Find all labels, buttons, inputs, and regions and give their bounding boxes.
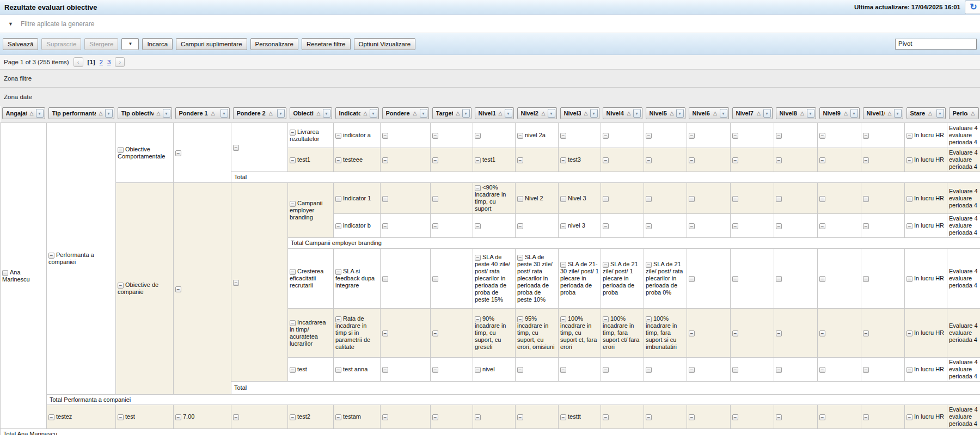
collapse-icon[interactable]: − bbox=[475, 414, 481, 420]
filters-band[interactable]: ▼ Filtre aplicate la generare bbox=[0, 15, 980, 33]
collapse-icon[interactable]: − bbox=[48, 253, 54, 259]
view-selector-input[interactable]: Pivot bbox=[895, 39, 977, 50]
filter-dropdown-icon[interactable]: ▼ bbox=[590, 109, 598, 118]
collapse-icon[interactable]: − bbox=[819, 276, 825, 282]
collapse-icon[interactable]: − bbox=[432, 414, 438, 420]
collapse-cell[interactable]: − bbox=[516, 148, 559, 172]
obiectiv-cell[interactable]: −Livrarea rezultatelor bbox=[288, 123, 334, 148]
collapse-icon[interactable]: − bbox=[475, 367, 481, 373]
filter-dropdown-icon[interactable]: ▼ bbox=[220, 109, 228, 118]
collapse-cell[interactable]: − bbox=[774, 309, 818, 358]
collapse-icon[interactable]: − bbox=[290, 201, 296, 207]
incarca-button[interactable]: Incarca bbox=[142, 38, 173, 50]
collapse-icon[interactable]: − bbox=[475, 185, 481, 191]
collapse-icon[interactable]: − bbox=[382, 276, 388, 282]
collapse-icon[interactable]: − bbox=[560, 223, 566, 229]
collapse-icon[interactable]: − bbox=[776, 367, 782, 373]
collapse-arrow-icon[interactable]: ▼ bbox=[8, 21, 13, 27]
column-header-obiectiv[interactable]: Obiectiv△▼ bbox=[290, 107, 332, 119]
filter-dropdown-icon[interactable]: ▼ bbox=[277, 109, 285, 118]
collapse-icon[interactable]: − bbox=[517, 316, 523, 322]
collapse-cell[interactable]: − bbox=[644, 358, 687, 382]
column-header-pondere-2[interactable]: Pondere 2△▼ bbox=[233, 107, 286, 119]
collapse-cell[interactable]: − bbox=[731, 123, 774, 148]
collapse-icon[interactable]: − bbox=[233, 145, 239, 151]
collapse-icon[interactable]: − bbox=[776, 330, 782, 336]
collapse-cell[interactable]: − bbox=[601, 183, 644, 214]
collapse-cell[interactable]: − bbox=[174, 123, 231, 183]
column-header-nivel4[interactable]: Nivel4△▼ bbox=[603, 107, 642, 119]
filter-dropdown-icon[interactable]: ▼ bbox=[420, 109, 427, 118]
collapse-icon[interactable]: − bbox=[560, 196, 566, 202]
collapse-icon[interactable]: − bbox=[432, 367, 438, 373]
collapse-icon[interactable]: − bbox=[560, 262, 566, 268]
filter-dropdown-icon[interactable]: ▼ bbox=[936, 109, 944, 118]
collapse-icon[interactable]: − bbox=[475, 157, 481, 163]
collapse-icon[interactable]: − bbox=[689, 367, 695, 373]
filter-dropdown-icon[interactable]: ▼ bbox=[505, 109, 512, 118]
collapse-icon[interactable]: − bbox=[689, 133, 695, 139]
collapse-cell[interactable]: − bbox=[687, 249, 731, 309]
column-header-nivel5[interactable]: Nivel5△▼ bbox=[646, 107, 685, 119]
stare-cell[interactable]: −In lucru HR bbox=[905, 249, 947, 309]
collapse-icon[interactable]: − bbox=[732, 276, 738, 282]
collapse-cell[interactable]: − bbox=[431, 183, 473, 214]
collapse-cell[interactable]: − bbox=[731, 148, 774, 172]
filter-dropdown-icon[interactable]: ▼ bbox=[850, 109, 858, 118]
collapse-cell[interactable]: − bbox=[774, 358, 818, 382]
collapse-icon[interactable]: − bbox=[432, 157, 438, 163]
collapse-cell[interactable]: − bbox=[687, 183, 731, 214]
indicator-cell[interactable]: −test anna bbox=[334, 358, 381, 382]
collapse-icon[interactable]: − bbox=[863, 223, 869, 229]
stare-cell[interactable]: −In lucru HR bbox=[905, 183, 947, 214]
indicator-cell[interactable]: −Indicator 1 bbox=[334, 183, 381, 214]
collapse-cell[interactable]: − bbox=[731, 405, 774, 429]
column-header-nivel9[interactable]: Nivel9△▼ bbox=[819, 107, 860, 119]
collapse-cell[interactable]: − bbox=[431, 358, 473, 382]
collapse-icon[interactable]: − bbox=[863, 367, 869, 373]
collapse-icon[interactable]: − bbox=[689, 223, 695, 229]
collapse-cell[interactable]: − bbox=[861, 249, 905, 309]
collapse-icon[interactable]: − bbox=[290, 157, 296, 163]
collapse-icon[interactable]: − bbox=[475, 255, 481, 261]
salveaza-button[interactable]: Salvează bbox=[3, 38, 38, 50]
column-header-nivel6[interactable]: Nivel6△▼ bbox=[689, 107, 729, 119]
collapse-icon[interactable]: − bbox=[175, 286, 181, 292]
collapse-cell[interactable]: − bbox=[431, 309, 473, 358]
indicator-cell[interactable]: −indicator b bbox=[334, 214, 381, 238]
collapse-cell[interactable]: − bbox=[601, 123, 644, 148]
nivel-cell[interactable]: −testtt bbox=[559, 405, 601, 429]
filter-dropdown-icon[interactable]: ▼ bbox=[633, 109, 641, 118]
collapse-icon[interactable]: − bbox=[560, 316, 566, 322]
collapse-cell[interactable]: − bbox=[381, 183, 431, 214]
column-header-nivel8[interactable]: Nivel8△▼ bbox=[776, 107, 816, 119]
stergere-button[interactable]: Stergere bbox=[84, 38, 118, 50]
nivel-cell[interactable]: −nivel bbox=[473, 358, 516, 382]
collapse-cell[interactable]: − bbox=[818, 249, 861, 309]
collapse-icon[interactable]: − bbox=[517, 133, 523, 139]
collapse-cell[interactable]: − bbox=[774, 214, 818, 238]
collapse-icon[interactable]: − bbox=[819, 133, 825, 139]
collapse-icon[interactable]: − bbox=[335, 367, 341, 373]
collapse-icon[interactable]: − bbox=[233, 414, 239, 420]
filter-dropdown-icon[interactable]: ▼ bbox=[370, 109, 377, 118]
collapse-icon[interactable]: − bbox=[603, 316, 609, 322]
pondere-cell[interactable]: −7.00 bbox=[174, 405, 231, 429]
collapse-cell[interactable]: − bbox=[601, 148, 644, 172]
collapse-icon[interactable]: − bbox=[906, 367, 912, 373]
collapse-icon[interactable]: − bbox=[732, 330, 738, 336]
collapse-cell[interactable]: − bbox=[231, 183, 288, 382]
collapse-icon[interactable]: − bbox=[382, 414, 388, 420]
collapse-icon[interactable]: − bbox=[776, 133, 782, 139]
collapse-cell[interactable]: − bbox=[774, 249, 818, 309]
indicator-cell[interactable]: −testam bbox=[334, 405, 381, 429]
collapse-icon[interactable]: − bbox=[819, 223, 825, 229]
collapse-icon[interactable]: − bbox=[776, 223, 782, 229]
collapse-icon[interactable]: − bbox=[517, 255, 523, 261]
collapse-cell[interactable]: − bbox=[381, 309, 431, 358]
collapse-cell[interactable]: − bbox=[731, 358, 774, 382]
nivel-cell[interactable]: −SLA de 21 zile/ post/ 1 plecare in peri… bbox=[601, 249, 644, 309]
collapse-icon[interactable]: − bbox=[906, 157, 912, 163]
collapse-cell[interactable]: − bbox=[731, 183, 774, 214]
collapse-cell[interactable]: − bbox=[644, 123, 687, 148]
